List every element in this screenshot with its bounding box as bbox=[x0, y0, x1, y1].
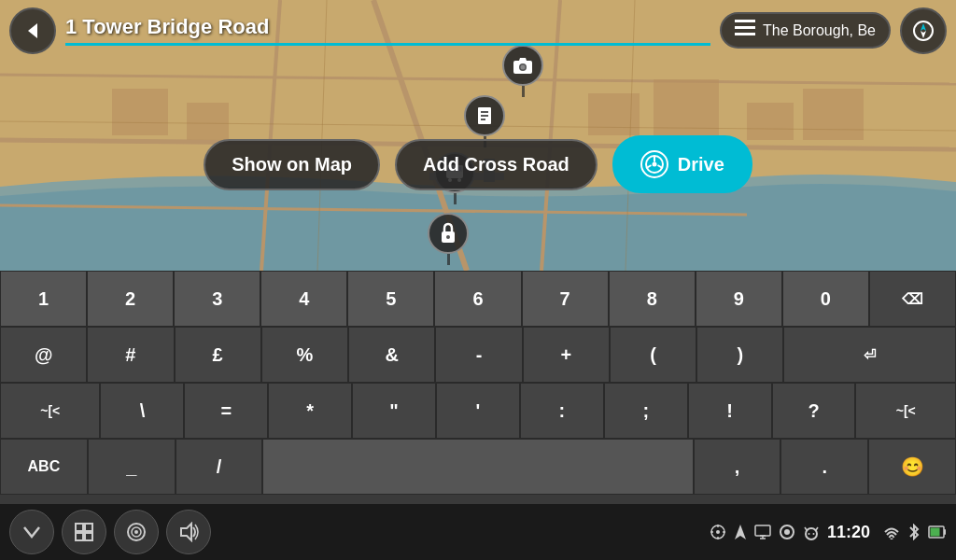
back-button[interactable] bbox=[9, 7, 56, 54]
key-underscore[interactable]: _ bbox=[88, 439, 176, 495]
key-at[interactable]: @ bbox=[0, 327, 87, 383]
drive-label: Drive bbox=[678, 154, 724, 175]
district-button[interactable]: The Borough, Be bbox=[720, 12, 891, 49]
svg-marker-19 bbox=[28, 23, 37, 38]
key-amp[interactable]: & bbox=[348, 327, 435, 383]
key-question[interactable]: ? bbox=[772, 383, 856, 439]
key-semicolon[interactable]: ; bbox=[604, 383, 688, 439]
map-pin-lock bbox=[428, 213, 469, 265]
action-buttons: Show on Map Add Cross Road Drive bbox=[0, 135, 956, 193]
key-slash[interactable]: / bbox=[176, 439, 263, 495]
direction-icon bbox=[734, 524, 747, 540]
svg-line-46 bbox=[657, 165, 662, 168]
keyboard-row-bottom: ABC _ / , . 😊 bbox=[0, 439, 956, 495]
circle-icon bbox=[779, 524, 795, 540]
svg-point-73 bbox=[891, 539, 893, 540]
sound-button[interactable] bbox=[166, 510, 211, 554]
battery-icon bbox=[928, 525, 947, 539]
key-enter[interactable]: ⏎ bbox=[783, 327, 956, 383]
gps-icon bbox=[710, 524, 726, 540]
top-bar: 1 Tower Bridge Road The Borough, Be bbox=[0, 0, 956, 61]
svg-rect-48 bbox=[85, 524, 92, 531]
svg-point-28 bbox=[521, 65, 526, 70]
bottom-bar: 11:20 bbox=[0, 504, 956, 560]
drive-button[interactable]: Drive bbox=[612, 135, 752, 193]
key-rparen[interactable]: ) bbox=[696, 327, 783, 383]
svg-point-71 bbox=[808, 533, 809, 535]
keyboard-area: 1 2 3 4 5 6 7 8 9 0 ⌫ @ # £ % & - + ( ) … bbox=[0, 271, 956, 504]
svg-rect-10 bbox=[112, 89, 168, 135]
svg-rect-15 bbox=[803, 89, 864, 140]
svg-point-67 bbox=[784, 529, 790, 535]
district-text: The Borough, Be bbox=[763, 22, 876, 39]
key-percent[interactable]: % bbox=[261, 327, 348, 383]
compass-button[interactable] bbox=[900, 7, 947, 54]
key-4[interactable]: 4 bbox=[260, 271, 347, 327]
bluetooth-icon bbox=[907, 524, 921, 540]
key-backspace[interactable]: ⌫ bbox=[869, 271, 956, 327]
android-icon bbox=[803, 524, 820, 540]
key-lparen[interactable]: ( bbox=[610, 327, 696, 383]
add-cross-road-button[interactable]: Add Cross Road bbox=[395, 139, 598, 190]
key-tilde-bracket-left[interactable]: ~[< bbox=[0, 383, 100, 439]
key-1[interactable]: 1 bbox=[0, 271, 87, 327]
svg-rect-49 bbox=[76, 533, 83, 540]
key-hash[interactable]: # bbox=[87, 327, 174, 383]
svg-rect-14 bbox=[747, 103, 794, 140]
svg-line-69 bbox=[805, 527, 807, 530]
svg-rect-32 bbox=[481, 115, 488, 117]
svg-line-45 bbox=[646, 165, 651, 168]
drive-steering-icon bbox=[640, 150, 668, 178]
svg-point-41 bbox=[446, 235, 450, 239]
key-0[interactable]: 0 bbox=[782, 271, 869, 327]
key-3[interactable]: 3 bbox=[174, 271, 260, 327]
svg-rect-22 bbox=[735, 33, 755, 35]
key-plus[interactable]: + bbox=[523, 327, 610, 383]
key-space[interactable] bbox=[262, 439, 693, 495]
key-2[interactable]: 2 bbox=[87, 271, 174, 327]
keyboard-row-symbols1: @ # £ % & - + ( ) ⏎ bbox=[0, 327, 956, 383]
svg-marker-24 bbox=[921, 23, 926, 31]
key-dquote[interactable]: " bbox=[352, 383, 436, 439]
display-icon bbox=[754, 525, 771, 539]
key-backslash[interactable]: \ bbox=[100, 383, 184, 439]
svg-rect-47 bbox=[76, 524, 83, 531]
key-period[interactable]: . bbox=[780, 439, 868, 495]
key-9[interactable]: 9 bbox=[696, 271, 782, 327]
key-exclaim[interactable]: ! bbox=[688, 383, 772, 439]
address-bar: 1 Tower Bridge Road bbox=[65, 15, 710, 46]
key-emoji[interactable]: 😊 bbox=[868, 439, 956, 495]
key-tilde-bracket-right[interactable]: ~[< bbox=[855, 383, 955, 439]
key-comma[interactable]: , bbox=[694, 439, 781, 495]
key-abc[interactable]: ABC bbox=[0, 439, 88, 495]
svg-rect-75 bbox=[931, 528, 940, 537]
grid-button[interactable] bbox=[62, 510, 106, 554]
svg-point-72 bbox=[812, 533, 814, 535]
key-pound[interactable]: £ bbox=[175, 327, 261, 383]
key-dash[interactable]: - bbox=[435, 327, 522, 383]
svg-line-70 bbox=[816, 527, 818, 530]
wifi-icon bbox=[883, 525, 900, 539]
chevron-down-button[interactable] bbox=[9, 510, 54, 554]
svg-rect-33 bbox=[481, 119, 485, 120]
svg-point-68 bbox=[806, 528, 817, 539]
svg-marker-61 bbox=[735, 525, 746, 539]
key-asterisk[interactable]: * bbox=[268, 383, 352, 439]
key-squote[interactable]: ' bbox=[436, 383, 520, 439]
svg-rect-62 bbox=[755, 525, 770, 536]
key-5[interactable]: 5 bbox=[347, 271, 434, 327]
clock: 11:20 bbox=[827, 523, 870, 542]
key-6[interactable]: 6 bbox=[434, 271, 521, 327]
svg-rect-13 bbox=[654, 79, 719, 135]
svg-rect-21 bbox=[735, 26, 755, 29]
key-7[interactable]: 7 bbox=[522, 271, 609, 327]
address-underline bbox=[65, 43, 710, 46]
key-8[interactable]: 8 bbox=[609, 271, 696, 327]
address-text: 1 Tower Bridge Road bbox=[65, 15, 710, 39]
key-equals[interactable]: = bbox=[184, 383, 268, 439]
show-on-map-button[interactable]: Show on Map bbox=[204, 139, 380, 190]
svg-rect-50 bbox=[85, 533, 92, 540]
svg-marker-54 bbox=[181, 524, 191, 540]
camera-button[interactable] bbox=[114, 510, 159, 554]
key-colon[interactable]: : bbox=[520, 383, 604, 439]
